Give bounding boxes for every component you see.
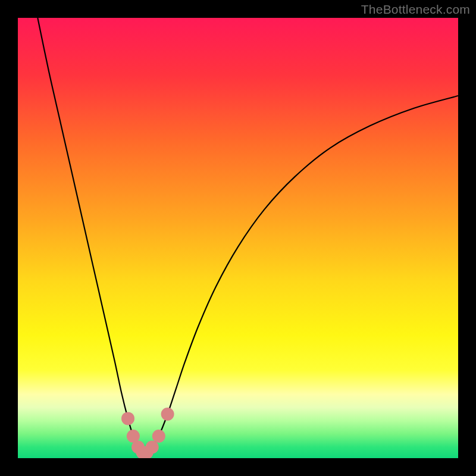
watermark-text: TheBottleneck.com — [361, 2, 470, 17]
curve-marker — [121, 412, 134, 425]
gradient-background — [18, 18, 458, 458]
curve-marker — [161, 408, 174, 421]
chart-svg — [18, 18, 458, 458]
plot-area — [18, 18, 458, 458]
curve-marker — [152, 430, 165, 443]
curve-marker — [146, 441, 159, 454]
chart-frame: TheBottleneck.com — [0, 0, 476, 476]
